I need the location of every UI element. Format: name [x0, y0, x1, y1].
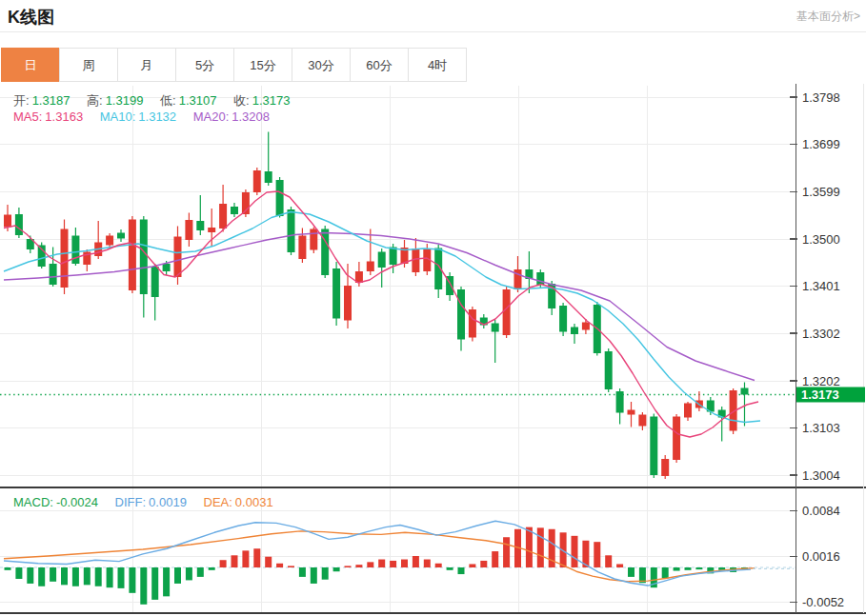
price-tick-label: 1.3699 — [802, 137, 840, 151]
macd-bar — [61, 567, 68, 585]
macd-bar — [253, 548, 260, 567]
price-tick-label: 1.3202 — [802, 374, 840, 388]
candle[interactable] — [15, 214, 23, 235]
candle[interactable] — [50, 264, 57, 285]
candle[interactable] — [310, 229, 317, 250]
candle[interactable] — [390, 248, 397, 266]
candle[interactable] — [231, 207, 238, 214]
candle[interactable] — [503, 289, 511, 335]
macd-bar — [594, 542, 600, 567]
macd-bar — [38, 567, 45, 586]
macd-bar — [616, 564, 623, 567]
candle[interactable] — [332, 268, 340, 319]
candle[interactable] — [288, 209, 295, 252]
macd-bar — [72, 567, 79, 586]
candle[interactable] — [628, 410, 635, 415]
candle[interactable] — [378, 252, 386, 268]
candle[interactable] — [559, 306, 567, 332]
candle[interactable] — [174, 237, 182, 278]
macd-bar — [469, 564, 475, 567]
candle[interactable] — [492, 324, 499, 332]
candle[interactable] — [106, 236, 113, 246]
macd-bar — [526, 527, 533, 567]
candle[interactable] — [605, 351, 613, 389]
macd-bar — [367, 562, 373, 567]
candle[interactable] — [163, 264, 171, 271]
macd-bar — [447, 567, 453, 570]
candle[interactable] — [185, 220, 192, 240]
macd-bar — [15, 567, 22, 579]
candle[interactable] — [616, 391, 624, 413]
macd-bar — [220, 560, 227, 567]
macd-bar — [572, 536, 578, 567]
kline-widget: K线图 基本面分析> 日周月5分15分30分60分4时 1.37981.3699… — [0, 0, 866, 616]
macd-bar — [503, 537, 510, 567]
candle[interactable] — [117, 233, 125, 239]
macd-bar — [95, 567, 102, 586]
macd-tick-label: 0.0016 — [802, 549, 840, 564]
macd-bar — [209, 567, 215, 570]
price-tick-label: 1.3004 — [802, 468, 840, 483]
macd-tick-label: -0.0052 — [802, 595, 844, 609]
candle[interactable] — [140, 220, 148, 295]
macd-bar — [492, 551, 498, 567]
macd-bar — [413, 556, 419, 567]
candle[interactable] — [344, 286, 352, 321]
macd-bar — [151, 567, 158, 600]
candle[interactable] — [638, 415, 646, 427]
price-tick-label: 1.3302 — [802, 327, 840, 341]
candle[interactable] — [4, 215, 11, 228]
macd-bar — [605, 555, 612, 567]
candle[interactable] — [457, 289, 465, 340]
candle[interactable] — [661, 459, 669, 476]
macd-bar — [435, 564, 442, 567]
macd-bar — [197, 567, 204, 577]
macd-bar — [118, 567, 125, 588]
macd-bar — [685, 567, 692, 570]
candle[interactable] — [684, 404, 692, 418]
candle[interactable] — [650, 417, 657, 476]
candle[interactable] — [129, 220, 136, 291]
price-tick-label: 1.3798 — [802, 90, 840, 105]
macd-bar — [695, 567, 702, 569]
macd-bar — [174, 567, 181, 584]
macd-bar — [186, 567, 192, 580]
macd-bar — [674, 567, 680, 571]
price-tick-label: 1.3103 — [802, 421, 840, 435]
macd-bar — [458, 567, 465, 574]
candle[interactable] — [741, 388, 749, 395]
candle[interactable] — [219, 204, 227, 229]
candle[interactable] — [253, 170, 261, 192]
candlestick-chart[interactable]: 1.37981.36991.35991.35001.34011.33021.32… — [0, 0, 866, 616]
macd-bar — [242, 550, 249, 567]
candle[interactable] — [61, 229, 69, 288]
macd-bar — [129, 567, 135, 593]
candle[interactable] — [673, 417, 680, 461]
candle[interactable] — [208, 228, 215, 232]
macd-bar — [140, 567, 147, 605]
candle[interactable] — [536, 272, 544, 285]
macd-bar — [50, 567, 56, 582]
macd-bar — [390, 561, 396, 567]
macd-bar — [322, 567, 329, 580]
candle[interactable] — [367, 262, 374, 272]
price-tick-label: 1.3500 — [802, 232, 840, 247]
diff-line — [4, 521, 751, 586]
macd-bar — [355, 565, 362, 567]
candle[interactable] — [571, 328, 578, 335]
macd-bar — [265, 557, 272, 567]
macd-bar — [480, 561, 487, 567]
macd-bar — [288, 566, 294, 567]
candle[interactable] — [151, 267, 159, 297]
candle[interactable] — [265, 171, 272, 183]
macd-bar — [401, 560, 408, 567]
candle[interactable] — [582, 323, 590, 330]
price-tick-label: 1.3599 — [802, 185, 840, 199]
macd-bar — [345, 566, 352, 567]
candle[interactable] — [276, 180, 284, 216]
candle[interactable] — [469, 309, 476, 338]
price-tick-label: 1.3401 — [802, 279, 840, 293]
candle[interactable] — [298, 236, 306, 260]
candle[interactable] — [196, 221, 204, 230]
candle[interactable] — [71, 236, 79, 265]
